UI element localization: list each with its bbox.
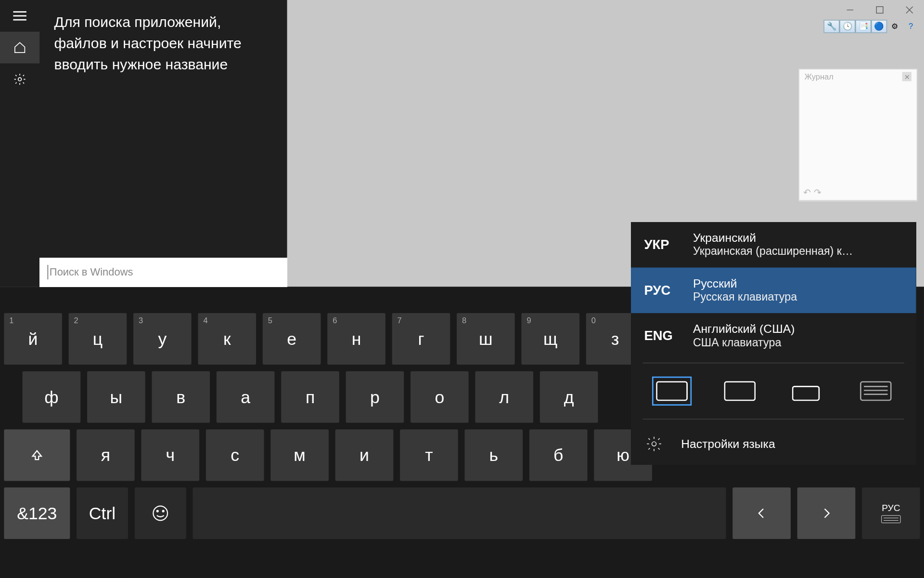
key-у[interactable]: 3у	[133, 313, 192, 365]
close-icon[interactable]: ✕	[902, 72, 911, 81]
key-т[interactable]: т	[400, 429, 458, 481]
window-controls	[835, 0, 924, 20]
lang-option-рус[interactable]: РУСРусскийРусская клавиатура	[631, 267, 916, 313]
color-icon[interactable]: 🔵	[871, 20, 887, 33]
key-в[interactable]: в	[152, 371, 210, 423]
tool-icon[interactable]: 🔧	[824, 20, 840, 33]
home-icon[interactable]	[0, 32, 39, 64]
key-ч[interactable]: ч	[141, 429, 199, 481]
key-ц[interactable]: 2ц	[69, 313, 127, 365]
left-arrow-key[interactable]	[732, 487, 791, 539]
svg-rect-8	[882, 515, 900, 523]
space-key[interactable]	[192, 487, 726, 539]
emoji-key[interactable]	[135, 487, 186, 539]
key-с[interactable]: с	[206, 429, 264, 481]
search-hint: Для поиска приложений, файлов и настроек…	[39, 0, 287, 287]
close-button[interactable]	[894, 0, 924, 20]
keyboard-type-handwriting[interactable]	[790, 379, 824, 403]
settings-icon[interactable]	[0, 64, 39, 95]
key-а[interactable]: а	[217, 371, 275, 423]
right-arrow-key[interactable]	[797, 487, 856, 539]
key-ш[interactable]: 8ш	[457, 313, 515, 365]
search-rail	[0, 0, 39, 287]
key-л[interactable]: л	[475, 371, 533, 423]
key-к[interactable]: 4к	[198, 313, 256, 365]
svg-rect-15	[724, 382, 755, 400]
svg-rect-1	[876, 7, 883, 13]
key-р[interactable]: р	[346, 371, 404, 423]
key-й[interactable]: 1й	[4, 313, 62, 365]
history-panel: Журнал ✕ ↶ ↷	[798, 69, 917, 201]
language-settings[interactable]: Настройки языка	[631, 423, 916, 464]
shift-key[interactable]	[4, 429, 70, 481]
clock-icon[interactable]: 🕓	[839, 20, 855, 33]
keyboard-type-row	[631, 367, 916, 415]
search-panel: Для поиска приложений, файлов и настроек…	[0, 0, 287, 287]
maximize-button[interactable]	[865, 0, 895, 20]
key-о[interactable]: о	[411, 371, 469, 423]
undo-icon[interactable]: ↶	[803, 187, 811, 197]
key-и[interactable]: и	[335, 429, 394, 481]
language-popup: УКРУкраинскийУкраинская (расширенная) к……	[631, 222, 916, 464]
svg-rect-11	[656, 382, 687, 400]
lang-option-укр[interactable]: УКРУкраинскийУкраинская (расширенная) к…	[631, 222, 916, 268]
key-м[interactable]: м	[270, 429, 329, 481]
keyboard-type-standard[interactable]	[654, 379, 689, 403]
svg-point-27	[652, 442, 656, 446]
key-д[interactable]: д	[540, 371, 598, 423]
key-ф[interactable]: ф	[23, 371, 81, 423]
keyboard-type-split[interactable]	[722, 379, 757, 403]
folder-icon[interactable]: 📑	[855, 20, 871, 33]
history-title: Журнал	[805, 72, 834, 81]
svg-point-4	[18, 78, 22, 81]
key-б[interactable]: б	[529, 429, 588, 481]
symbols-key[interactable]: &123	[4, 487, 70, 539]
key-я[interactable]: я	[77, 429, 135, 481]
svg-point-6	[157, 511, 158, 512]
svg-rect-22	[792, 386, 819, 400]
redo-icon[interactable]: ↷	[814, 187, 821, 197]
key-н[interactable]: 6н	[327, 313, 385, 365]
svg-point-7	[163, 511, 164, 512]
key-п[interactable]: п	[281, 371, 339, 423]
hamburger-button[interactable]	[0, 0, 39, 32]
key-е[interactable]: 5е	[263, 313, 321, 365]
key-ы[interactable]: ы	[87, 371, 145, 423]
lang-option-eng[interactable]: ENGАнглийский (США)США клавиатура	[631, 313, 916, 359]
key-щ[interactable]: 9щ	[521, 313, 579, 365]
search-placeholder: Поиск в Windows	[50, 266, 133, 278]
lang-key[interactable]: РУС	[862, 487, 920, 539]
help-icon[interactable]: ?	[903, 20, 919, 33]
gear-icon[interactable]: ⚙	[887, 20, 903, 33]
key-ь[interactable]: ь	[464, 429, 523, 481]
app-toolbar: 🔧 🕓 📑 🔵 ⚙ ?	[824, 20, 919, 33]
key-г[interactable]: 7г	[392, 313, 450, 365]
svg-point-5	[153, 506, 167, 521]
search-input[interactable]: Поиск в Windows	[39, 258, 287, 287]
keyboard-type-full[interactable]	[859, 379, 893, 403]
minimize-button[interactable]	[835, 0, 865, 20]
ctrl-key[interactable]: Ctrl	[77, 487, 128, 539]
